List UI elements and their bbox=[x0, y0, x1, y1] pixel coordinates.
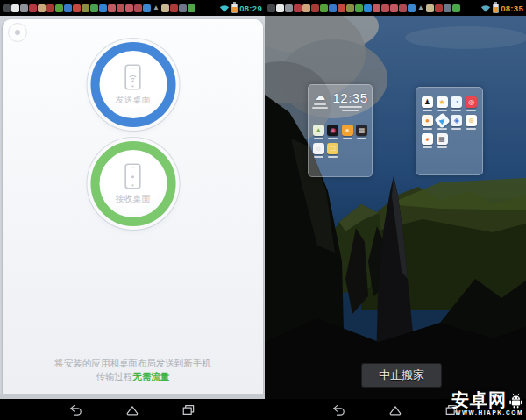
notification-icon bbox=[338, 4, 345, 12]
left-phone-screenshot: ▲ 08:29 发送桌面 bbox=[0, 0, 265, 420]
right-phone-screenshot: ▲ 08:35 bbox=[265, 0, 526, 420]
app-label bbox=[466, 128, 476, 130]
notification-icon bbox=[29, 4, 37, 12]
notification-icon bbox=[125, 4, 133, 12]
app-icon: ⊛ bbox=[466, 115, 477, 126]
notification-icons bbox=[3, 4, 151, 12]
app-shortcut: ▦ bbox=[436, 133, 449, 148]
recents-button[interactable] bbox=[181, 404, 196, 416]
clock-time: 12:35 bbox=[332, 91, 367, 104]
app-icon: ♟ bbox=[422, 96, 433, 108]
battery-icon bbox=[231, 4, 238, 13]
app-label bbox=[437, 146, 447, 148]
notification-icon bbox=[38, 4, 46, 12]
notification-icons-right bbox=[426, 4, 460, 12]
notification-icon bbox=[276, 4, 284, 12]
notification-icon bbox=[90, 4, 98, 12]
app-label bbox=[328, 138, 338, 139]
notification-icon bbox=[99, 4, 107, 12]
footer-hint: 将安装的应用和桌面布局发送到新手机 传输过程无需流量 bbox=[3, 357, 263, 383]
notification-icon bbox=[134, 4, 142, 12]
mountain-wallpaper bbox=[265, 16, 526, 399]
warning-icon: ▲ bbox=[417, 4, 424, 11]
app-icon: □ bbox=[327, 143, 338, 154]
weather-icon: ☁ bbox=[315, 91, 325, 102]
notification-icon bbox=[188, 4, 195, 12]
notification-icons bbox=[267, 4, 416, 12]
home-button[interactable] bbox=[124, 404, 140, 416]
notification-icon bbox=[294, 4, 302, 12]
app-label bbox=[423, 128, 432, 130]
notification-icon bbox=[399, 4, 407, 12]
app-label bbox=[423, 110, 432, 111]
app-icon: ● bbox=[342, 125, 353, 136]
app-label bbox=[343, 138, 352, 139]
notification-icon bbox=[117, 4, 124, 12]
app-icon: ◔ bbox=[451, 96, 462, 108]
notification-icon bbox=[346, 4, 354, 12]
app-icon: ◈ bbox=[451, 115, 462, 126]
notification-icon bbox=[329, 4, 337, 12]
left-status-bar: ▲ 08:29 bbox=[0, 0, 265, 16]
send-desktop-button[interactable]: 发送桌面 bbox=[90, 42, 175, 127]
notification-icon bbox=[426, 4, 434, 12]
notification-icon bbox=[390, 4, 398, 12]
panel1-app-grid: ▲ ◉ ● ▦ ○ □ bbox=[312, 125, 368, 158]
app-shortcut: ○ bbox=[312, 143, 325, 158]
home-panel-thumbnail-2[interactable]: ♟ ★ ◔ ◎ ● ▶ ◈ bbox=[416, 87, 483, 175]
app-shortcut: ▶ bbox=[436, 115, 449, 130]
app-icon: ▦ bbox=[356, 125, 367, 136]
notification-icon bbox=[143, 4, 151, 12]
notification-icon bbox=[285, 4, 293, 12]
notification-icon bbox=[311, 4, 319, 12]
notification-icon bbox=[381, 4, 389, 12]
settings-button[interactable] bbox=[8, 23, 27, 42]
app-icon: ★ bbox=[437, 96, 448, 108]
notification-icon bbox=[20, 4, 28, 12]
abort-migration-button[interactable]: 中止搬家 bbox=[361, 363, 442, 388]
app-shortcut: ★ bbox=[436, 96, 449, 111]
app-label bbox=[451, 110, 461, 111]
notification-icon bbox=[435, 4, 443, 12]
app-label bbox=[328, 156, 338, 158]
receive-desktop-button[interactable]: 接收桌面 bbox=[90, 141, 175, 226]
settings-dot-icon bbox=[15, 30, 20, 35]
home-panel-thumbnail-1[interactable]: ☁ 12:35 ▲ ◉ ● bbox=[308, 84, 373, 177]
app-shortcut: ♟ bbox=[421, 96, 434, 111]
date-subtext bbox=[342, 110, 359, 111]
android-robot-icon bbox=[508, 392, 523, 409]
app-shortcut: ● bbox=[341, 125, 354, 139]
notification-icon bbox=[55, 4, 63, 12]
wifi-icon bbox=[480, 4, 491, 13]
notification-icon bbox=[82, 4, 89, 12]
notification-icon bbox=[108, 4, 116, 12]
app-label bbox=[423, 146, 432, 148]
migration-app: 发送桌面 接收桌面 将安装的应用和桌面布局发送到新手机 传输过程无需流量 bbox=[0, 16, 265, 399]
footer-line1: 将安装的应用和桌面布局发送到新手机 bbox=[3, 357, 263, 370]
watermark-url: WWW.HIAPK.COM bbox=[451, 409, 523, 416]
home-button[interactable] bbox=[387, 404, 403, 416]
app-label bbox=[314, 138, 323, 139]
back-button[interactable] bbox=[68, 404, 84, 416]
back-button[interactable] bbox=[331, 404, 347, 416]
dual-screenshot: ▲ 08:29 发送桌面 bbox=[0, 0, 526, 420]
app-shortcut: ◎ bbox=[465, 96, 478, 111]
app-label bbox=[357, 138, 366, 139]
weather-subtext bbox=[314, 103, 326, 105]
receive-desktop-label: 接收桌面 bbox=[116, 193, 151, 205]
app-shortcut: ◕ bbox=[421, 133, 434, 148]
notification-icon bbox=[373, 4, 380, 12]
app-label bbox=[437, 110, 447, 111]
no-data-highlight: 无需流量 bbox=[133, 371, 170, 381]
app-icon: ○ bbox=[313, 143, 324, 154]
app-shortcut: ⊛ bbox=[465, 115, 478, 130]
app-icon: ▦ bbox=[437, 133, 448, 145]
notification-icon bbox=[364, 4, 372, 12]
app-card: 发送桌面 接收桌面 将安装的应用和桌面布局发送到新手机 传输过程无需流量 bbox=[3, 19, 263, 394]
app-label bbox=[466, 110, 476, 111]
notification-icon bbox=[444, 4, 451, 12]
app-shortcut: ◔ bbox=[451, 96, 464, 111]
notification-icon bbox=[408, 4, 416, 12]
notification-icon bbox=[64, 4, 72, 12]
hiapk-watermark: 安卓网 WWW.HIAPK.COM bbox=[451, 391, 523, 416]
